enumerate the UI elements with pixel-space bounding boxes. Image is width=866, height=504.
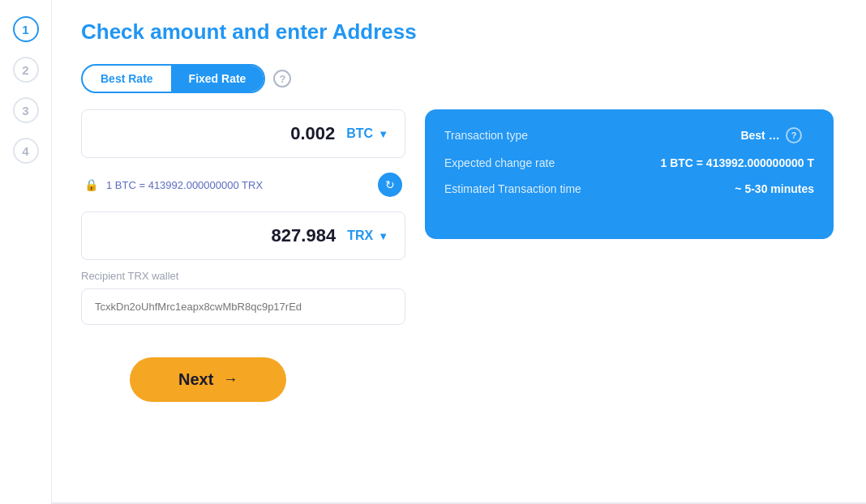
page-title: Check amount and enter Address [81,19,834,45]
main-content: Check amount and enter Address Best Rate… [52,0,866,504]
from-amount-box: 0.002 BTC ▼ [81,109,405,158]
expected-change-rate-row: Expected change rate 1 BTC = 413992.0000… [444,156,814,169]
to-amount-value: 827.984 [98,225,336,246]
rate-text: 1 BTC = 413992.000000000 TRX [106,179,263,191]
step-4[interactable]: 4 [13,138,39,164]
from-currency-chevron-icon: ▼ [378,128,388,140]
rate-info-row: 🔒 1 BTC = 413992.000000000 TRX ↻ [81,168,405,202]
transaction-type-value-row: Best Rate ? [740,127,814,143]
recipient-input[interactable] [81,288,405,325]
expected-change-rate-value: 1 BTC = 413992.000000000 T [660,156,814,169]
lock-icon: 🔒 [84,178,98,191]
left-panel: 0.002 BTC ▼ 🔒 1 BTC = 413992.000000000 T… [81,109,405,325]
expected-change-rate-label: Expected change rate [444,156,555,169]
form-area: 0.002 BTC ▼ 🔒 1 BTC = 413992.000000000 T… [81,109,834,325]
rate-selector: Best Rate Fixed Rate [81,64,265,93]
to-currency-select[interactable]: TRX ▼ [347,229,388,243]
next-btn-container: Next → [81,357,834,402]
transaction-type-help-icon[interactable]: ? [786,127,802,143]
info-card: Transaction type Best Rate ? Expected ch… [425,109,834,239]
estimated-time-row: Estimated Transaction time ~ 5-30 minute… [444,182,814,195]
step-2[interactable]: 2 [13,57,39,83]
next-button[interactable]: Next → [130,357,286,402]
fixed-rate-button[interactable]: Fixed Rate [171,66,264,92]
best-rate-button[interactable]: Best Rate [83,66,171,92]
step-1[interactable]: 1 [13,16,39,42]
sidebar: 1 2 3 4 [0,0,52,504]
refresh-button[interactable]: ↻ [378,173,402,197]
next-button-label: Next [178,370,213,389]
rate-toggle-group: Best Rate Fixed Rate ? [81,64,834,93]
next-arrow-icon: → [223,371,238,388]
to-currency-label: TRX [347,229,373,243]
estimated-time-label: Estimated Transaction time [444,182,581,195]
transaction-type-label: Transaction type [444,129,528,142]
estimated-time-value: ~ 5-30 minutes [735,182,814,195]
from-currency-label: BTC [346,126,373,141]
from-amount-value: 0.002 [98,123,335,144]
rate-help-icon[interactable]: ? [273,70,291,88]
step-3[interactable]: 3 [13,97,39,123]
transaction-type-value: Best Rate [740,129,781,142]
refresh-icon: ↻ [385,178,395,191]
transaction-type-row: Transaction type Best Rate ? [444,127,814,143]
from-currency-select[interactable]: BTC ▼ [346,126,388,141]
recipient-label: Recipient TRX wallet [81,270,405,282]
to-amount-box: 827.984 TRX ▼ [81,211,405,260]
to-currency-chevron-icon: ▼ [378,230,388,242]
